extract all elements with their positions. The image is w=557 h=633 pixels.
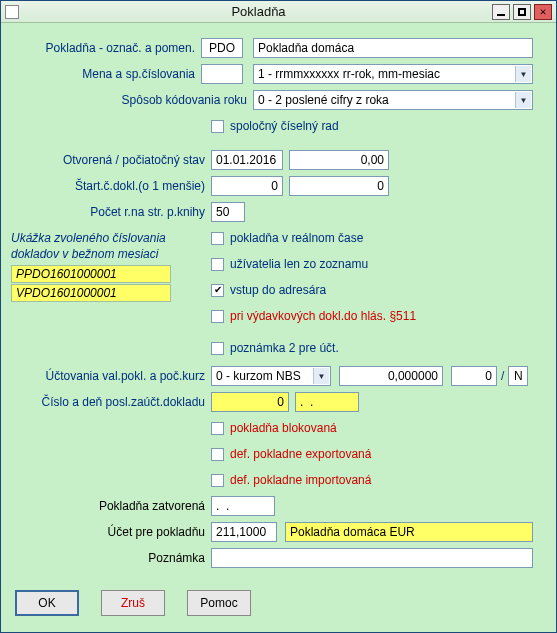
cancel-button[interactable]: Zruš <box>101 590 165 616</box>
otvorena-val-input[interactable] <box>289 150 389 170</box>
label-vydavky: pri výdavkových dokl.do hlás. §511 <box>230 309 416 323</box>
export-checkbox[interactable] <box>211 448 224 461</box>
poznamka-input[interactable] <box>211 548 533 568</box>
label-ucet: Účet pre pokladňu <box>11 525 211 539</box>
start2-input[interactable] <box>289 176 389 196</box>
spolrad-checkbox[interactable] <box>211 120 224 133</box>
label-realtime: pokladňa v reálnom čase <box>230 231 363 245</box>
sample-vpdo: VPDO1601000001 <box>11 284 171 302</box>
label-otvorena: Otvorená / počiatočný stav <box>11 153 211 167</box>
close-button[interactable]: ✕ <box>534 4 552 20</box>
ok-button[interactable]: OK <box>15 590 79 616</box>
kurz-flag-input[interactable] <box>508 366 528 386</box>
pozn2-checkbox[interactable] <box>211 342 224 355</box>
label-poznamka: Poznámka <box>11 551 211 565</box>
label-kodrok: Spôsob kódovania roku <box>11 93 253 107</box>
chevron-down-icon: ▼ <box>515 92 531 108</box>
window-buttons: ✕ <box>492 4 552 20</box>
kurz-select[interactable]: 0 - kurzom NBS ▼ <box>211 366 331 386</box>
realtime-checkbox[interactable] <box>211 232 224 245</box>
label-oznac: Pokladňa - označ. a pomen. <box>11 41 201 55</box>
label-spolrad: spoločný číselný rad <box>230 119 339 133</box>
label-export: def. pokladne exportovaná <box>230 447 371 461</box>
label-uziv: užívatelia len zo zoznamu <box>230 257 368 271</box>
ucet-num-input[interactable] <box>211 522 277 542</box>
kurz-select-value: 0 - kurzom NBS <box>216 369 301 383</box>
kurz-val-input[interactable] <box>339 366 443 386</box>
label-cisloposl: Číslo a deň posl.zaúčt.dokladu <box>11 395 211 409</box>
sample-header2: dokladov v bežnom mesiaci <box>11 247 201 261</box>
sample-ppdo: PPDO1601000001 <box>11 265 171 283</box>
ucet-name-input[interactable] <box>285 522 533 542</box>
blokovana-checkbox[interactable] <box>211 422 224 435</box>
kodrok-select-value: 0 - 2 poslené cifry z roka <box>258 93 389 107</box>
label-mena: Mena a sp.číslovania <box>11 67 201 81</box>
uziv-checkbox[interactable] <box>211 258 224 271</box>
titlebar: Pokladňa ✕ <box>1 1 556 23</box>
maximize-button[interactable] <box>513 4 531 20</box>
label-pozn2: poznámka 2 pre účt. <box>230 341 339 355</box>
cisloposl-num-input[interactable] <box>211 392 289 412</box>
kodrok-select[interactable]: 0 - 2 poslené cifry z roka ▼ <box>253 90 533 110</box>
label-blokovana: pokladňa blokovaná <box>230 421 337 435</box>
cislovania-select-value: 1 - rrmmxxxxxx rr-rok, mm-mesiac <box>258 67 440 81</box>
sample-header1: Ukážka zvoleného číslovania <box>11 231 201 245</box>
minimize-button[interactable] <box>492 4 510 20</box>
chevron-down-icon: ▼ <box>515 66 531 82</box>
pomen-input[interactable] <box>253 38 533 58</box>
adresar-checkbox[interactable]: ✔ <box>211 284 224 297</box>
close-icon: ✕ <box>540 6 547 17</box>
mena-input[interactable] <box>201 64 243 84</box>
button-bar: OK Zruš Pomoc <box>15 590 251 616</box>
label-pocetr: Počet r.na str. p.knihy <box>11 205 211 219</box>
start1-input[interactable] <box>211 176 283 196</box>
import-checkbox[interactable] <box>211 474 224 487</box>
vydavky-checkbox[interactable] <box>211 310 224 323</box>
otvorena-date-input[interactable] <box>211 150 283 170</box>
kurz-small-input[interactable] <box>451 366 497 386</box>
cisloposl-date-input[interactable] <box>295 392 359 412</box>
form-content: Pokladňa - označ. a pomen. Mena a sp.čís… <box>11 31 546 622</box>
label-startdokl: Štart.č.dokl.(o 1 menšie) <box>11 179 211 193</box>
label-zatvorena: Pokladňa zatvorená <box>11 499 211 513</box>
minimize-icon <box>497 14 505 16</box>
window-title: Pokladňa <box>25 4 492 19</box>
chevron-down-icon: ▼ <box>313 368 329 384</box>
label-import: def. pokladne importovaná <box>230 473 371 487</box>
slash: / <box>497 369 508 383</box>
help-button[interactable]: Pomoc <box>187 590 251 616</box>
zatvorena-input[interactable] <box>211 496 275 516</box>
pocetr-input[interactable] <box>211 202 245 222</box>
cislovania-select[interactable]: 1 - rrmmxxxxxx rr-rok, mm-mesiac ▼ <box>253 64 533 84</box>
window: Pokladňa ✕ Pokladňa - označ. a pomen. Me… <box>0 0 557 633</box>
pdo-input[interactable] <box>201 38 243 58</box>
app-icon <box>5 5 19 19</box>
label-adresar: vstup do adresára <box>230 283 326 297</box>
maximize-icon <box>518 8 526 16</box>
label-uctovania: Účtovania val.pokl. a poč.kurz <box>11 369 211 383</box>
